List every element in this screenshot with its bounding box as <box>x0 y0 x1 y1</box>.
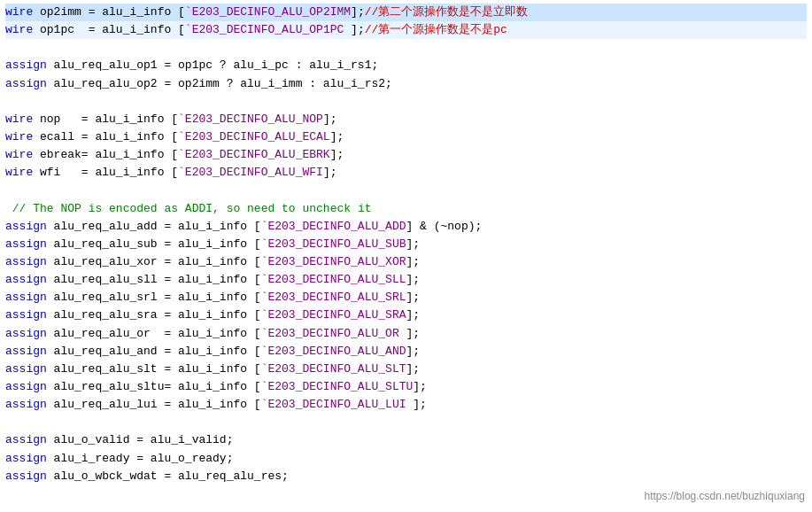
code-line-13: assign alu_req_alu_sll = alu_i_info [`E2… <box>5 271 807 289</box>
code-line-11: assign alu_req_alu_sub = alu_i_info [`E2… <box>5 236 807 253</box>
code-line-15: assign alu_req_alu_sra = alu_i_info [`E2… <box>5 306 807 324</box>
code-line-10: assign alu_req_alu_add = alu_i_info [`E2… <box>5 218 807 236</box>
watermark: https://blog.csdn.net/buzhiquxiang <box>645 488 805 505</box>
code-line-7: wire ebreak= alu_i_info [`E203_DECINFO_A… <box>5 146 807 164</box>
code-line-21: assign alu_o_valid = alu_i_valid; <box>5 431 807 449</box>
code-line-1: wire op2imm = alu_i_info [`E203_DECINFO_… <box>5 4 807 21</box>
code-line-19: assign alu_req_alu_sltu= alu_i_info [`E2… <box>5 378 807 396</box>
code-line-9: // The NOP is encoded as ADDI, so need t… <box>5 200 807 218</box>
code-line-8: wire wfi = alu_i_info [`E203_DECINFO_ALU… <box>5 164 807 182</box>
code-line-23: assign alu_o_wbck_wdat = alu_req_alu_res… <box>5 468 807 485</box>
keyword-wire: wire <box>5 5 33 19</box>
code-viewer: wire op2imm = alu_i_info [`E203_DECINFO_… <box>0 0 812 489</box>
code-line-6: wire ecall = alu_i_info [`E203_DECINFO_A… <box>5 128 807 146</box>
code-line-2: wire op1pc = alu_i_info [`E203_DECINFO_A… <box>5 21 807 39</box>
code-line-3: assign alu_req_alu_op1 = op1pc ? alu_i_p… <box>5 57 807 74</box>
code-line-17: assign alu_req_alu_and = alu_i_info [`E2… <box>5 343 807 361</box>
code-line-18: assign alu_req_alu_slt = alu_i_info [`E2… <box>5 361 807 378</box>
code-line-16: assign alu_req_alu_or = alu_i_info [`E20… <box>5 325 807 343</box>
code-line-4: assign alu_req_alu_op2 = op2imm ? alu_i_… <box>5 75 807 93</box>
code-line-14: assign alu_req_alu_srl = alu_i_info [`E2… <box>5 289 807 306</box>
empty-line <box>5 39 807 57</box>
code-line-12: assign alu_req_alu_xor = alu_i_info [`E2… <box>5 253 807 271</box>
code-line-22: assign alu_i_ready = alu_o_ready; <box>5 450 807 468</box>
code-line-5: wire nop = alu_i_info [`E203_DECINFO_ALU… <box>5 111 807 128</box>
code-line-20: assign alu_req_alu_lui = alu_i_info [`E2… <box>5 396 807 414</box>
keyword-wire: wire <box>5 23 33 36</box>
empty-line <box>5 182 807 199</box>
empty-line <box>5 414 807 431</box>
empty-line <box>5 93 807 111</box>
